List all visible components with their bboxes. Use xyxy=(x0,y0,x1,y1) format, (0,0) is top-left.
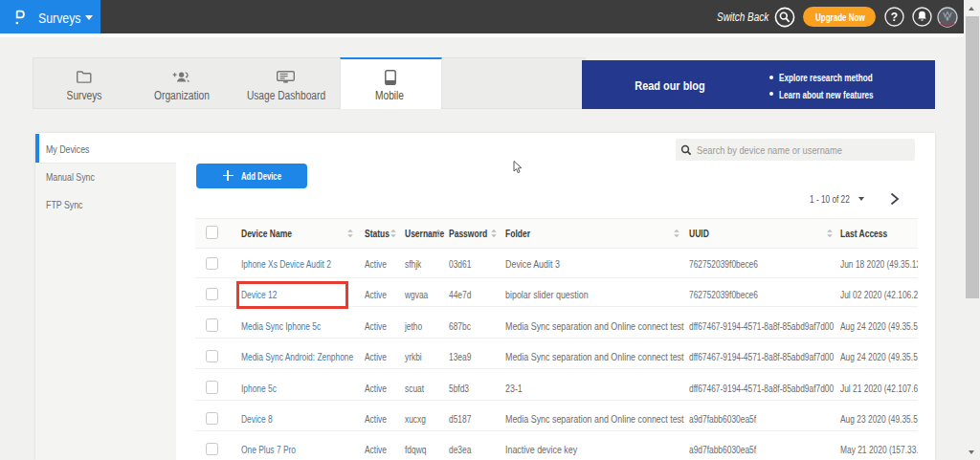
svg-text:?: ? xyxy=(890,11,897,24)
